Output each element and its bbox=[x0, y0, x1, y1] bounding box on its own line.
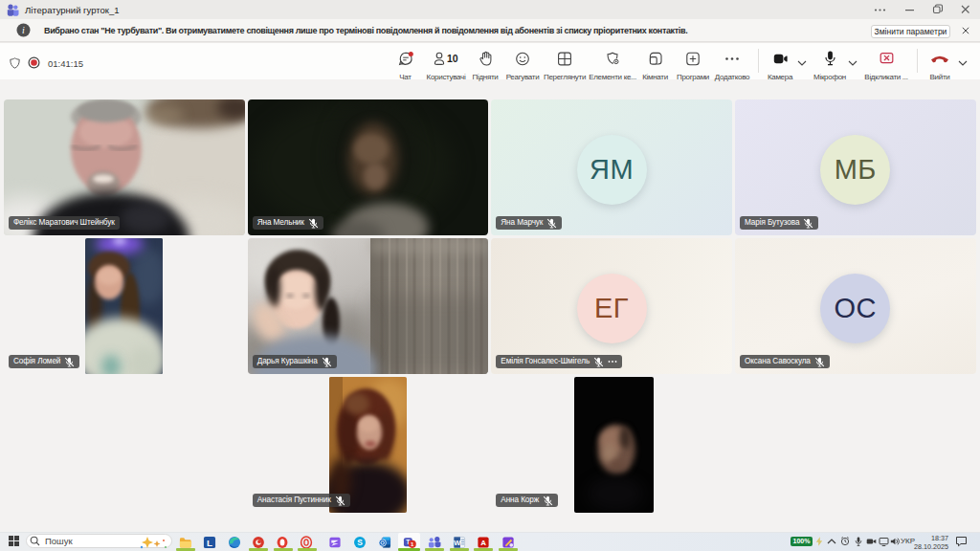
svg-text:L: L bbox=[207, 538, 212, 548]
svg-text:A: A bbox=[480, 539, 486, 547]
svg-text:10: 10 bbox=[447, 53, 458, 64]
svg-text:i: i bbox=[22, 25, 25, 35]
svg-text:W: W bbox=[454, 539, 461, 547]
svg-text:S: S bbox=[357, 538, 363, 547]
